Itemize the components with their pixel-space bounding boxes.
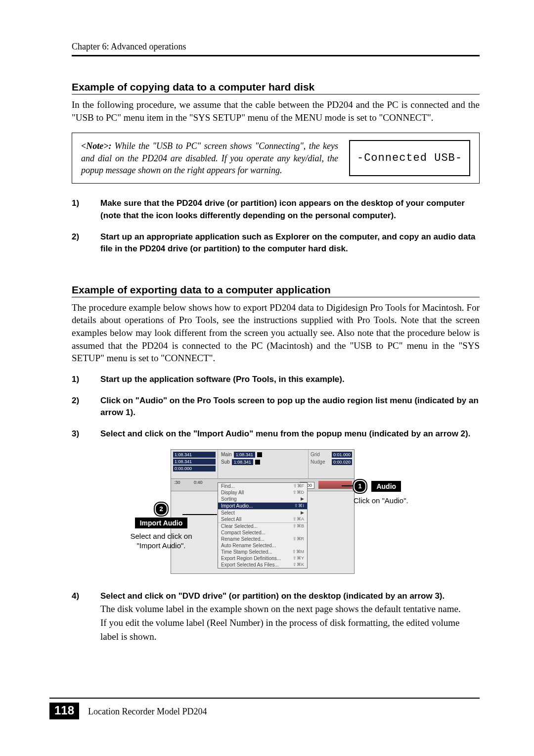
section2-step4: 4) Select and click on "DVD drive" (or p… bbox=[72, 590, 480, 644]
footer-text: Location Recorder Model PD204 bbox=[88, 707, 207, 717]
step-number: 2) bbox=[72, 395, 100, 419]
figure: 1:08.341 1:08.341 0:00.000 Main1:08.341 … bbox=[72, 449, 480, 575]
nudge-label: Nudge bbox=[311, 459, 325, 465]
callout-import-caption: Select and click on "Import Audio". bbox=[119, 531, 203, 551]
section1-intro: In the following procedure, we assume th… bbox=[72, 98, 480, 124]
section2-title: Example of exporting data to a computer … bbox=[72, 284, 480, 296]
section2-rule bbox=[72, 297, 480, 297]
context-menu: Find...⇧⌘FDisplay All⇧⌘DSorting▶Import A… bbox=[218, 482, 308, 568]
nudge-value: 0:00.020 bbox=[332, 459, 352, 465]
step: 2) Start up an appropriate application s… bbox=[72, 231, 480, 255]
step-number: 4) bbox=[72, 590, 100, 644]
footer-rule bbox=[49, 698, 480, 699]
waveform-icon bbox=[318, 481, 352, 489]
step: 3) Select and click on the "Import Audio… bbox=[72, 428, 480, 440]
step-text: Start up an appropriate application such… bbox=[100, 232, 476, 254]
menu-item: Find...⇧⌘F bbox=[218, 483, 307, 489]
callout-import: 2 Import Audio Select and click on "Impo… bbox=[119, 503, 203, 551]
step-number: 3) bbox=[72, 428, 100, 440]
ruler-mark: 0:40 bbox=[194, 480, 203, 485]
note-body: While the "USB to PC" screen shows "Conn… bbox=[81, 141, 338, 175]
time-cell: 1:08.341 bbox=[173, 459, 216, 465]
sub-label: Sub bbox=[221, 459, 230, 465]
badge-2: 2 bbox=[155, 503, 168, 516]
ruler-mark: :30 bbox=[174, 480, 180, 485]
section1-steps: 1) Make sure that the PD204 drive (or pa… bbox=[72, 197, 480, 255]
sub-value: 1:08.341 bbox=[232, 459, 253, 465]
section1-rule bbox=[72, 94, 480, 94]
badge-1: 1 bbox=[354, 480, 366, 493]
step: 1) Start up the application software (Pr… bbox=[72, 374, 480, 386]
time-box: 1:08.341 1:08.341 0:00.000 bbox=[171, 450, 218, 478]
step-text: Select and click on the "Import Audio" m… bbox=[100, 429, 470, 438]
step-text: Click on "Audio" on the Pro Tools screen… bbox=[100, 396, 479, 418]
menu-item: Export Selected As Files...⇧⌘K bbox=[218, 562, 307, 568]
note-label: <Note>: bbox=[81, 141, 112, 151]
step: 2) Click on "Audio" on the Pro Tools scr… bbox=[72, 395, 480, 419]
step-follow: If you edit the volume label (Reel Numbe… bbox=[100, 617, 460, 642]
grid-label: Grid bbox=[311, 452, 320, 458]
head-rule bbox=[72, 55, 480, 56]
grid-value: 0:01.000 bbox=[332, 452, 352, 458]
footer: 118 Location Recorder Model PD204 bbox=[49, 698, 480, 719]
step-number: 1) bbox=[72, 197, 100, 222]
dropdown-icon bbox=[255, 460, 260, 465]
callout-audio: 1 Audio Click on "Audio". bbox=[354, 480, 452, 506]
menu-item: Rename Selected...⇧⌘R bbox=[218, 536, 307, 542]
menu-item: Time Stamp Selected...⇧⌘M bbox=[218, 549, 307, 555]
menu-item: Compact Selected... bbox=[218, 529, 307, 536]
dropdown-icon bbox=[257, 452, 262, 457]
time-cell: 1:08.341 bbox=[173, 452, 216, 458]
page-number: 118 bbox=[49, 703, 79, 719]
step-number: 1) bbox=[72, 374, 100, 386]
lcd-display: -Connected USB- bbox=[349, 140, 470, 176]
menu-item: Export Region Definitions...⇧⌘Y bbox=[218, 555, 307, 562]
main-label: Main bbox=[221, 452, 232, 457]
step: 4) Select and click on "DVD drive" (or p… bbox=[72, 590, 480, 644]
menu-item: Import Audio...⇧⌘I bbox=[218, 502, 307, 509]
step-number: 2) bbox=[72, 231, 100, 255]
callout-audio-caption: Click on "Audio". bbox=[354, 496, 452, 506]
menu-item: Select▶ bbox=[218, 509, 307, 516]
step-text: Start up the application software (Pro T… bbox=[100, 375, 345, 384]
step-text: Make sure that the PD204 drive (or parti… bbox=[100, 198, 465, 220]
section2-intro: The procedure example below shows how to… bbox=[72, 301, 480, 365]
note-text: <Note>: While the "USB to PC" screen sho… bbox=[81, 140, 338, 176]
section2-steps-a: 1) Start up the application software (Pr… bbox=[72, 374, 480, 440]
menu-item: Display All⇧⌘D bbox=[218, 489, 307, 496]
import-pill: Import Audio bbox=[135, 518, 188, 528]
menu-item: Sorting▶ bbox=[218, 496, 307, 502]
step-lead: Select and click on "DVD drive" (or part… bbox=[100, 591, 445, 601]
note-box: <Note>: While the "USB to PC" screen sho… bbox=[72, 133, 480, 184]
audio-pill: Audio bbox=[371, 481, 401, 492]
step: 1) Make sure that the PD204 drive (or pa… bbox=[72, 197, 480, 222]
running-head: Chapter 6: Advanced operations bbox=[72, 42, 480, 52]
menu-item: Clear Selected...⇧⌘B bbox=[218, 522, 307, 529]
main-value: 1:08.341 bbox=[234, 452, 255, 458]
step-follow: The disk volume label in the example sho… bbox=[100, 604, 461, 614]
time-cell: 0:00.000 bbox=[173, 466, 216, 472]
section1-title: Example of copying data to a computer ha… bbox=[72, 81, 480, 93]
menu-item: Select All⇧⌘A bbox=[218, 516, 307, 522]
menu-item: Auto Rename Selected... bbox=[218, 542, 307, 549]
